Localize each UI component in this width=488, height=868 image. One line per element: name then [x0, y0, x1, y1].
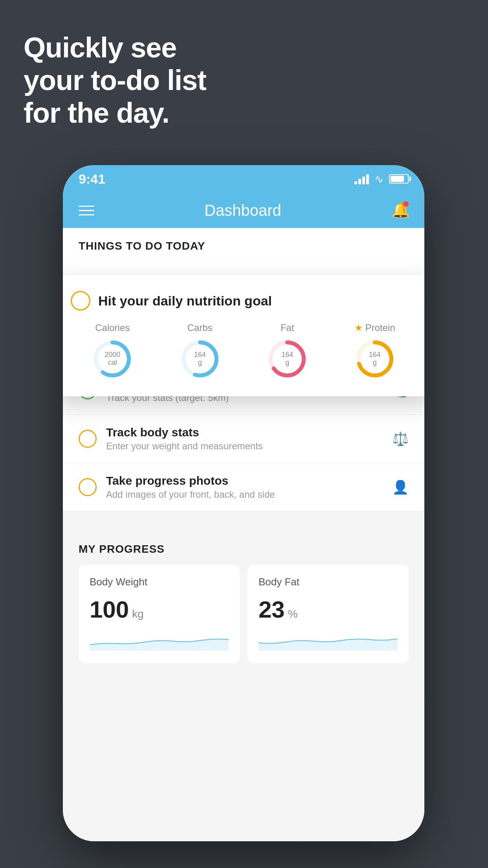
body-weight-chart	[90, 631, 229, 651]
status-time: 9:41	[79, 171, 105, 187]
signal-icon	[354, 173, 369, 184]
protein-value: 164 g	[353, 337, 396, 381]
body-stats-icon: ⚖️	[392, 431, 409, 447]
phone-frame: 9:41 ∿ Dashboard 🔔	[63, 165, 424, 841]
body-weight-card: Body Weight 100 kg	[79, 565, 240, 663]
body-weight-label: Body Weight	[90, 576, 229, 588]
protein-item: ★ Protein 164 g	[353, 322, 396, 381]
status-bar: 9:41 ∿	[63, 165, 424, 193]
fat-donut: 164 g	[266, 337, 309, 381]
status-icons: ∿	[354, 173, 409, 186]
body-fat-chart	[259, 631, 398, 651]
nav-bar: Dashboard 🔔	[63, 193, 424, 228]
battery-icon	[389, 174, 409, 184]
calories-value: 2000 cal	[91, 337, 134, 381]
body-stats-info: Track body stats Enter your weight and m…	[106, 426, 383, 452]
protein-label: ★ Protein	[354, 322, 395, 333]
carbs-label: Carbs	[187, 322, 213, 333]
progress-photos-info: Take progress photos Add images of your …	[106, 474, 383, 500]
progress-title: MY PROGRESS	[79, 543, 409, 555]
body-fat-card: Body Fat 23 %	[248, 565, 409, 663]
notification-button[interactable]: 🔔	[391, 201, 409, 219]
progress-cards: Body Weight 100 kg Body Fat 23 %	[79, 565, 409, 663]
carbs-donut: 164 g	[178, 337, 222, 381]
card-header: Hit your daily nutrition goal	[71, 291, 416, 311]
nutrition-card-title: Hit your daily nutrition goal	[98, 293, 272, 309]
fat-value: 164 g	[266, 337, 309, 381]
hero-text: Quickly see your to-do list for the day.	[24, 31, 206, 129]
progress-photos-name: Take progress photos	[106, 474, 383, 487]
carbs-value: 164 g	[178, 337, 222, 381]
body-weight-unit: kg	[132, 608, 144, 620]
fat-label: Fat	[281, 322, 294, 333]
progress-photos-desc: Add images of your front, back, and side	[106, 489, 383, 500]
carbs-item: Carbs 164 g	[178, 322, 222, 381]
fat-item: Fat 164 g	[266, 322, 309, 381]
calories-item: Calories 2000 cal	[91, 322, 134, 381]
body-fat-unit: %	[288, 608, 298, 620]
things-header: THINGS TO DO TODAY	[63, 228, 424, 264]
protein-donut: 164 g	[353, 337, 396, 381]
progress-section: MY PROGRESS Body Weight 100 kg B	[63, 527, 424, 671]
body-weight-value: 100 kg	[90, 596, 229, 623]
todo-body-stats[interactable]: Track body stats Enter your weight and m…	[63, 415, 424, 463]
progress-photos-checkbox[interactable]	[79, 478, 97, 496]
body-weight-number: 100	[90, 596, 129, 623]
star-icon: ★	[354, 322, 363, 333]
todo-progress-photos[interactable]: Take progress photos Add images of your …	[63, 463, 424, 511]
wifi-icon: ∿	[374, 173, 383, 186]
things-title: THINGS TO DO TODAY	[79, 240, 409, 252]
body-stats-name: Track body stats	[106, 426, 383, 439]
notification-badge	[403, 201, 409, 207]
page-title: Dashboard	[204, 202, 281, 219]
phone-content: THINGS TO DO TODAY Hit your daily nutrit…	[63, 228, 424, 841]
body-fat-label: Body Fat	[259, 576, 398, 588]
body-fat-number: 23	[259, 596, 285, 623]
nutrition-checkbox[interactable]	[71, 291, 90, 311]
things-section: THINGS TO DO TODAY Hit your daily nutrit…	[63, 228, 424, 511]
calories-donut: 2000 cal	[91, 337, 134, 381]
body-stats-desc: Enter your weight and measurements	[106, 441, 383, 452]
calories-label: Calories	[95, 322, 130, 333]
menu-button[interactable]	[79, 206, 94, 215]
nutrition-card: Hit your daily nutrition goal Calories	[63, 275, 424, 396]
body-fat-value: 23 %	[259, 596, 398, 623]
progress-photos-icon: 👤	[392, 479, 409, 495]
nutrition-goals: Calories 2000 cal	[71, 322, 416, 381]
body-stats-checkbox[interactable]	[79, 430, 97, 448]
